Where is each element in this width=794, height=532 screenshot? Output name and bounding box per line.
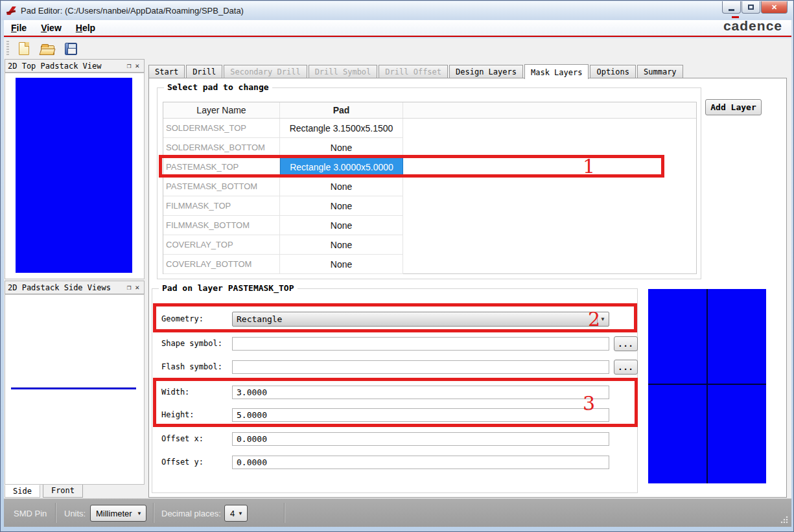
table-row[interactable]: SOLDERMASK_TOP Rectangle 3.1500x5.1500 [163,119,696,138]
tab-design-layers[interactable]: Design Layers [449,65,523,78]
shape-symbol-browse-button[interactable]: ... [614,336,638,351]
side-views-panel-header: 2D Padstack Side Views ❐ ✕ [5,281,145,294]
geometry-value: Rectangle [237,314,282,324]
pad-value-cell[interactable]: None [280,255,403,274]
toolbar-drag-handle[interactable] [6,41,9,56]
new-file-icon[interactable] [14,40,34,57]
chevron-down-icon[interactable]: ▼ [597,313,608,325]
empty-cell [403,196,696,216]
side-views-panel-title: 2D Padstack Side Views [8,283,111,292]
menu-help[interactable]: Help [69,21,102,35]
pad-value-cell-selected[interactable]: Rectangle 3.0000x5.0000 [280,157,403,177]
column-header-layer-name: Layer Name [163,102,280,118]
table-row-selected[interactable]: PASTEMASK_TOP Rectangle 3.0000x5.0000 [163,157,696,177]
layer-name-cell[interactable]: PASTEMASK_TOP [163,157,280,177]
empty-cell [403,138,696,157]
client-area: 2D Top Padstack View ❐ ✕ 2D Padstack Sid… [4,59,791,498]
table-row[interactable]: FILMMASK_BOTTOM None [163,216,696,235]
decimal-places-value: 4 [230,509,235,518]
tab-side[interactable]: Side [5,485,40,498]
resize-grip[interactable] [780,516,788,524]
open-folder-icon[interactable] [38,40,57,57]
offset-y-input[interactable] [232,456,609,469]
side-view-canvas [5,294,145,485]
add-layer-button[interactable]: Add Layer [705,99,762,115]
column-header-pad: Pad [280,102,403,118]
top-padstack-panel-header: 2D Top Padstack View ❐ ✕ [5,59,145,73]
cadence-logo: cadence [723,18,782,34]
close-icon[interactable]: ✕ [133,62,141,69]
offset-y-label: Offset y: [161,457,204,467]
tab-start[interactable]: Start [148,65,185,78]
offset-x-label: Offset x: [161,434,204,443]
layer-name-cell[interactable]: COVERLAY_TOP [163,235,280,255]
tab-options[interactable]: Options [590,65,636,78]
decimal-places-select[interactable]: 4 ▼ [224,505,248,522]
window-title: Pad Editor: (C:/Users/nanbei/AppData/Roa… [21,6,244,16]
table-row[interactable]: SOLDERMASK_BOTTOM None [163,138,696,157]
layer-name-cell[interactable]: FILMMASK_TOP [163,196,280,216]
titlebar: Pad Editor: (C:/Users/nanbei/AppData/Roa… [1,1,793,20]
mask-layers-pane: Select pad to change Layer Name Pad SOLD… [148,78,787,498]
layer-table: Layer Name Pad SOLDERMASK_TOP Rectangle … [163,102,697,274]
app-icon [6,6,17,16]
layer-name-cell[interactable]: COVERLAY_BOTTOM [163,255,280,274]
pad-on-layer-group: Pad on layer PASTEMASK_TOP Geometry: Rec… [152,288,638,493]
maximize-button[interactable] [741,1,760,14]
save-icon[interactable] [61,40,80,57]
units-value: Millimeter [96,509,132,518]
pad-value-cell[interactable]: None [280,196,403,216]
flash-symbol-label: Flash symbol: [161,362,222,371]
menubar: File View Help cadence [4,20,791,37]
layer-name-cell[interactable]: SOLDERMASK_TOP [163,119,280,138]
pad-value-cell[interactable]: None [280,138,403,157]
tab-mask-layers[interactable]: Mask Layers [524,64,589,79]
flash-symbol-input[interactable] [232,360,609,374]
statusbar: SMD Pin Units: Millimeter ▼ Decimal plac… [4,498,791,527]
shape-symbol-input[interactable] [232,337,609,351]
select-pad-group: Select pad to change Layer Name Pad SOLD… [157,87,701,279]
float-icon[interactable]: ❐ [125,284,134,291]
float-icon[interactable]: ❐ [125,62,134,69]
menu-file[interactable]: File [4,21,34,35]
layer-name-cell[interactable]: SOLDERMASK_BOTTOM [163,138,280,157]
height-input[interactable] [232,408,609,422]
tab-drill-symbol: Drill Symbol [309,65,378,78]
tab-front[interactable]: Front [43,485,83,498]
pad-value-cell[interactable]: None [280,177,403,196]
minimize-button[interactable] [722,1,741,14]
pad-value-cell[interactable]: None [280,235,403,255]
chevron-down-icon: ▼ [238,511,243,516]
table-row[interactable]: COVERLAY_TOP None [163,235,696,255]
pad-value-cell[interactable]: None [280,216,403,235]
tab-secondary-drill: Secondary Drill [224,65,307,78]
units-select[interactable]: Millimeter ▼ [90,505,146,522]
tab-drill[interactable]: Drill [186,65,222,78]
statusbar-separator [285,503,285,523]
layer-name-cell[interactable]: FILMMASK_BOTTOM [163,216,280,235]
main-tabbar: Start Drill Secondary Drill Drill Symbol… [148,64,684,78]
empty-cell [403,255,696,274]
geometry-select[interactable]: Rectangle ▼ [232,312,609,327]
empty-cell [403,216,696,235]
table-row[interactable]: PASTEMASK_BOTTOM None [163,177,696,196]
table-row[interactable]: COVERLAY_BOTTOM None [163,255,696,274]
pad-value-cell[interactable]: Rectangle 3.1500x5.1500 [280,119,403,138]
flash-symbol-browse-button[interactable]: ... [614,360,638,375]
top-padstack-panel-title: 2D Top Padstack View [8,62,102,71]
left-dock: 2D Top Padstack View ❐ ✕ 2D Padstack Sid… [5,59,145,498]
offset-x-input[interactable] [232,432,609,446]
close-button[interactable]: ✕ [761,1,788,14]
close-icon[interactable]: ✕ [133,284,141,291]
table-row[interactable]: FILMMASK_TOP None [163,196,696,216]
shape-symbol-label: Shape symbol: [161,339,222,348]
layer-name-cell[interactable]: PASTEMASK_BOTTOM [163,177,280,196]
width-input[interactable] [232,386,609,399]
window-frame: Pad Editor: (C:/Users/nanbei/AppData/Roa… [0,0,794,532]
chevron-down-icon: ▼ [137,511,142,516]
tab-drill-offset: Drill Offset [379,65,448,78]
crosshair-vertical [706,289,708,483]
menu-view[interactable]: View [34,21,69,35]
empty-cell [403,235,696,255]
tab-summary[interactable]: Summary [637,65,683,78]
